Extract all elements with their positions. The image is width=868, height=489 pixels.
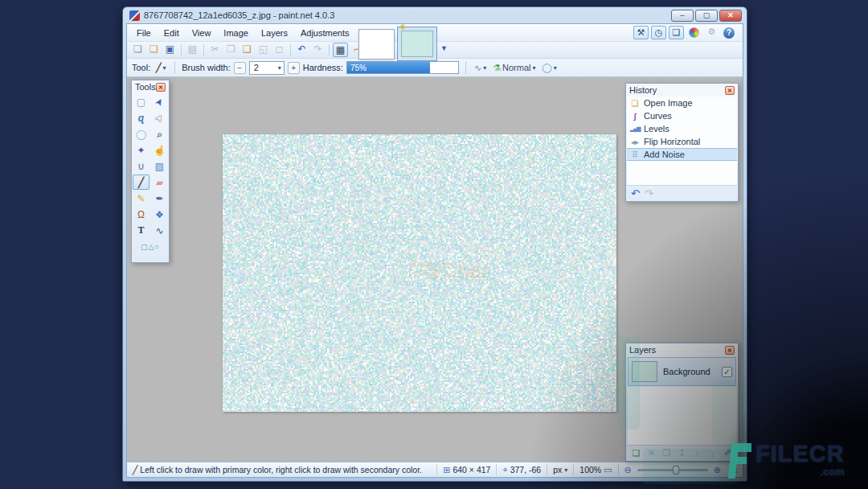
layers-window-toggle-icon[interactable]: ❏ — [669, 26, 684, 39]
menu-layers[interactable]: Layers — [255, 26, 294, 40]
tool-gradient[interactable]: ▨ — [151, 158, 168, 174]
history-window-toggle-icon[interactable]: ◷ — [651, 26, 666, 39]
tool-eraser[interactable]: ▰ — [151, 175, 168, 190]
brush-width-increase-button[interactable]: + — [288, 62, 300, 74]
maximize-button[interactable]: ▢ — [695, 10, 718, 22]
history-redo-button[interactable]: ↷ — [645, 187, 653, 199]
tool-rectangle-select[interactable]: ▢ — [133, 94, 149, 109]
paint-bucket-icon: ∪ — [137, 161, 145, 172]
tool-magic-wand[interactable]: ✦ — [133, 142, 149, 158]
zoom-to-window-button[interactable]: ▭ — [604, 465, 612, 475]
paste-button[interactable]: ❑ — [240, 43, 255, 57]
minimize-button[interactable]: – — [671, 10, 694, 22]
grid-toggle-button[interactable]: ▦ — [333, 43, 348, 57]
zoom-in-button[interactable]: ⊕ — [714, 465, 721, 475]
tools-palette-titlebar[interactable]: Tools ✕ — [132, 80, 169, 93]
print-button[interactable]: ▤ — [185, 43, 200, 57]
tool-line-curve[interactable]: ∿ — [151, 223, 168, 238]
merge-layer-down-button[interactable]: ↧ — [677, 448, 687, 458]
delete-layer-button[interactable]: ✕ — [646, 448, 657, 458]
shapes-icon: ▢△○ — [141, 243, 160, 251]
history-item-curves[interactable]: ∫ Curves — [627, 109, 737, 122]
tool-ellipse-select[interactable]: ◯ — [133, 126, 149, 142]
brush-width-combo[interactable]: 2 ▾ — [249, 61, 285, 75]
tool-move-selected-pixels[interactable]: ➤ — [151, 94, 168, 109]
tool-paint-bucket[interactable]: ∪ — [133, 158, 149, 174]
open-image-list: ✦ ▼ — [358, 27, 448, 62]
filecr-brand-text: FILECR — [755, 440, 845, 467]
tool-clone-stamp[interactable]: Ω — [133, 207, 149, 222]
zoom-slider[interactable] — [637, 469, 708, 471]
history-item-label: Add Noise — [644, 150, 685, 159]
add-layer-button[interactable]: ❏ — [631, 448, 641, 458]
history-item-open-image[interactable]: ❏ Open Image — [627, 97, 737, 109]
copy-button[interactable]: ❐ — [223, 43, 239, 57]
image-tab-active[interactable]: ✦ — [397, 27, 437, 61]
history-undo-button[interactable]: ↶ — [631, 187, 640, 199]
layer-thumbnail — [632, 361, 657, 382]
tool-move-selection[interactable]: ➤ — [151, 110, 168, 125]
menu-edit[interactable]: Edit — [158, 26, 186, 40]
close-icon[interactable]: ✕ — [725, 346, 735, 355]
zoom-out-button[interactable]: ⊖ — [624, 465, 632, 475]
pan-icon: ☝ — [154, 145, 166, 156]
tool-pencil[interactable]: ✎ — [133, 191, 149, 206]
open-button[interactable]: ❏ — [146, 43, 162, 57]
tool-text[interactable]: T — [133, 223, 149, 238]
document-canvas[interactable] — [223, 134, 616, 412]
colors-window-toggle-icon[interactable] — [689, 27, 699, 38]
units-dropdown[interactable]: px ▾ — [547, 464, 573, 475]
menu-image[interactable]: Image — [217, 26, 255, 40]
close-icon[interactable]: ✕ — [725, 86, 735, 95]
zoom-percent-value: 100% — [579, 465, 601, 475]
duplicate-layer-button[interactable]: ❐ — [661, 448, 672, 458]
cursor-position-icon: ⌖ — [502, 465, 507, 475]
active-tool-dropdown[interactable]: ╱ ▾ — [154, 60, 168, 75]
title-bar[interactable]: 8767708742_12a1ed6035_z.jpg - paint.net … — [123, 7, 747, 23]
tools-palette-title: Tools — [135, 82, 156, 92]
tool-paintbrush[interactable]: ╱ — [133, 175, 149, 190]
tool-zoom[interactable]: ⌕ — [151, 126, 168, 142]
settings-icon[interactable]: ⚙ — [704, 26, 719, 39]
tool-recolor[interactable]: ❖ — [151, 207, 168, 222]
image-tab-inactive[interactable] — [358, 29, 395, 60]
menu-adjustments[interactable]: Adjustments — [294, 26, 356, 40]
move-layer-up-button[interactable]: ↑ — [692, 449, 702, 458]
crop-button[interactable]: ◱ — [256, 43, 271, 57]
new-button[interactable]: ❏ — [130, 43, 145, 57]
undo-button[interactable]: ↶ — [294, 43, 309, 57]
hardness-slider[interactable]: 75% — [346, 61, 459, 74]
image-tab-thumbnail — [401, 31, 433, 57]
history-item-add-noise[interactable]: ⠿ Add Noise — [627, 148, 737, 161]
history-item-flip-horizontal[interactable]: ◂▸ Flip Horizontal — [627, 135, 737, 148]
deselect-button[interactable]: ◻ — [272, 43, 287, 57]
image-list-dropdown-icon[interactable]: ▼ — [440, 44, 448, 52]
tools-window-toggle-icon[interactable]: ⚒ — [633, 26, 649, 39]
tool-pan[interactable]: ☝ — [151, 142, 168, 158]
smoothing-dropdown[interactable]: ∿ ▾ — [473, 60, 488, 75]
cut-button[interactable]: ✂ — [207, 43, 223, 57]
close-icon[interactable]: ✕ — [156, 83, 166, 92]
menu-file[interactable]: File — [130, 26, 158, 40]
layer-visibility-checkbox[interactable]: ✓ — [722, 367, 732, 377]
redo-button[interactable]: ↷ — [310, 43, 326, 57]
brush-width-decrease-button[interactable]: − — [234, 62, 246, 74]
help-icon[interactable]: ? — [723, 27, 735, 39]
layers-palette-titlebar[interactable]: Layers ✕ — [626, 343, 738, 356]
chevron-down-icon: ▾ — [554, 61, 557, 75]
layer-row-background[interactable]: Background ✓ — [628, 357, 736, 386]
tool-lasso-select[interactable]: ɋ — [133, 110, 149, 125]
zoom-slider-thumb[interactable] — [673, 466, 679, 475]
blend-mode-dropdown[interactable]: ⚗ Normal ▾ — [491, 60, 537, 75]
filecr-suffix-text: .com — [755, 466, 845, 478]
history-item-levels[interactable]: ▂▄▆ Levels — [627, 122, 737, 135]
menu-view[interactable]: View — [186, 26, 218, 40]
antialiasing-dropdown[interactable]: ◯ ▾ — [541, 60, 559, 75]
save-button[interactable]: ▣ — [162, 43, 178, 57]
history-palette-titlebar[interactable]: History ✕ — [626, 84, 738, 97]
tool-color-picker[interactable]: ✒ — [151, 191, 168, 206]
brush-width-label: Brush width: — [182, 63, 231, 72]
tool-shapes[interactable]: ▢△○ — [133, 239, 168, 254]
close-button[interactable]: ✕ — [719, 10, 742, 22]
move-layer-down-button[interactable]: ↓ — [707, 449, 718, 458]
